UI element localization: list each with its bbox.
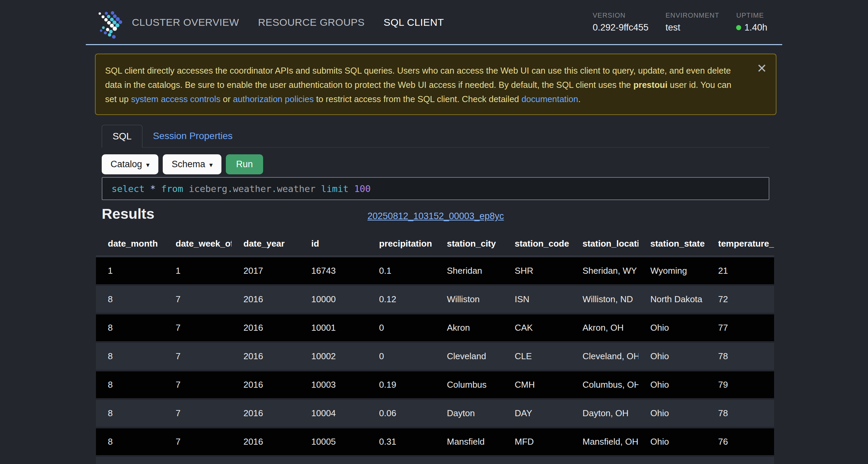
table-cell: ISN (503, 286, 571, 313)
banner-text: SQL client directly accesses the coordin… (105, 66, 731, 104)
query-id-link[interactable]: 20250812_103152_00003_ep8yc (368, 211, 504, 221)
table-cell: 7 (164, 400, 232, 427)
uptime-value: 1.40h (744, 22, 767, 33)
table-row: 872016100010AkronCAKAkron, OHOhio77 (96, 314, 774, 341)
version-block: VERSION 0.292-9ffc455 (593, 12, 649, 33)
table-cell: Wyoming (638, 257, 706, 284)
table-cell: Sheridan (435, 257, 503, 284)
table-cell: 2016 (232, 428, 299, 455)
navbar-divider (86, 44, 782, 45)
sql-token-keyword: select (112, 183, 145, 194)
table-cell: 10000 (299, 286, 367, 313)
presto-logo-dots (99, 11, 122, 39)
column-header: temperature_ (706, 232, 774, 256)
table-cell: CAK (503, 314, 571, 341)
environment-label: ENVIRONMENT (666, 12, 719, 19)
sql-token-punct: . (227, 183, 233, 194)
table-cell: Ohio (638, 371, 706, 398)
version-value: 0.292-9ffc455 (593, 22, 649, 33)
table-cell: 0.12 (367, 286, 435, 313)
schema-dropdown-button[interactable]: Schema▾ (163, 154, 221, 174)
table-cell: DAY (503, 400, 571, 427)
table-row: 872016100030.19ColumbusCMHColumbus, OHOh… (96, 371, 774, 398)
table-cell: Ohio (638, 400, 706, 427)
tab-sql[interactable]: SQL (102, 125, 142, 148)
table-cell: 0.06 (367, 400, 435, 427)
table-cell: 1 (96, 257, 164, 284)
catalog-dropdown-label: Catalog (111, 159, 142, 169)
sql-token-number: 100 (354, 183, 371, 194)
sql-client-warning-banner: SQL client directly accesses the coordin… (95, 54, 776, 115)
table-cell: Ohio (638, 343, 706, 370)
nav-item-sql-client[interactable]: SQL CLIENT (383, 17, 444, 28)
sql-token-punct: . (272, 183, 277, 194)
table-cell: North Dakota (638, 286, 706, 313)
sql-editor-input[interactable]: select * from iceberg.weather.weather li… (102, 177, 769, 200)
run-query-button[interactable]: Run (226, 154, 263, 174)
close-icon[interactable]: ✕ (757, 62, 767, 75)
uptime-status-dot (736, 25, 741, 30)
table-cell: 8 (96, 314, 164, 341)
table-cell: MFD (503, 428, 571, 455)
table-cell: 72 (706, 286, 774, 313)
banner-link[interactable]: system access controls (131, 94, 221, 104)
table-cell: 10002 (299, 343, 367, 370)
query-id-wrap: 20250812_103152_00003_ep8yc (95, 211, 776, 221)
table-cell: 77 (706, 314, 774, 341)
sql-token-operator: * (150, 183, 156, 194)
table-cell: 2016 (232, 314, 299, 341)
table-cell: Williston (435, 286, 503, 313)
banner-text-segment: to restrict access from the SQL client. … (314, 94, 521, 104)
table-cell: 7 (164, 286, 232, 313)
environment-value: test (666, 22, 719, 33)
table-cell: 21 (706, 257, 774, 284)
main-navigation: CLUSTER OVERVIEW RESOURCE GROUPS SQL CLI… (132, 17, 444, 28)
table-cell: 79 (706, 371, 774, 398)
column-header: precipitation (367, 232, 435, 256)
table-cell: 16743 (299, 257, 367, 284)
banner-text-segment: . (578, 94, 580, 104)
table-cell: 2016 (232, 286, 299, 313)
tab-session-properties[interactable]: Session Properties (142, 125, 243, 147)
table-cell: Cleveland (435, 343, 503, 370)
table-cell: 2016 (232, 400, 299, 427)
nav-item-resource-groups[interactable]: RESOURCE GROUPS (258, 17, 364, 28)
query-controls: Catalog▾ Schema▾ Run (102, 154, 263, 174)
column-header: station_city (435, 232, 503, 256)
column-header: id (299, 232, 367, 256)
table-cell: Dayton, OH (571, 400, 638, 427)
table-cell: Williston, ND (571, 286, 638, 313)
sql-token-plain (183, 183, 189, 194)
table-cell: 2016 (232, 371, 299, 398)
table-cell: 10004 (299, 400, 367, 427)
uptime-value-wrap: 1.40h (736, 22, 767, 33)
navbar-content: CLUSTER OVERVIEW RESOURCE GROUPS SQL CLI… (93, 0, 444, 44)
banner-link[interactable]: authorization policies (233, 94, 314, 104)
table-cell: Mansfield, OH (571, 428, 638, 455)
table-cell: 2017 (232, 257, 299, 284)
table-cell: 8 (96, 343, 164, 370)
table-cell: Dayton (435, 400, 503, 427)
table-row: 112017167430.1SheridanSHRSheridan, WYWyo… (96, 257, 774, 284)
table-cell: Columbus, OH (571, 371, 638, 398)
banner-link[interactable]: documentation (521, 94, 578, 104)
results-table-body: 112017167430.1SheridanSHRSheridan, WYWyo… (96, 257, 774, 455)
table-row: 872016100020ClevelandCLECleveland, OHOhi… (96, 343, 774, 370)
table-cell: 2016 (232, 343, 299, 370)
table-cell: 7 (164, 314, 232, 341)
banner-text-segment: or (220, 94, 233, 104)
table-cell: 76 (706, 428, 774, 455)
table-cell: 8 (96, 400, 164, 427)
nav-item-cluster-overview[interactable]: CLUSTER OVERVIEW (132, 17, 239, 28)
presto-logo[interactable] (93, 5, 129, 41)
environment-block: ENVIRONMENT test (666, 12, 719, 33)
sql-client-tabs: SQL Session Properties (102, 125, 769, 148)
catalog-dropdown-button[interactable]: Catalog▾ (102, 154, 158, 174)
table-cell: 1 (164, 257, 232, 284)
sql-token-plain (145, 183, 150, 194)
table-cell: 78 (706, 343, 774, 370)
chevron-down-icon: ▾ (146, 161, 150, 169)
table-cell: Sheridan, WY (571, 257, 638, 284)
table-cell: CMH (503, 371, 571, 398)
table-cell: 7 (164, 428, 232, 455)
